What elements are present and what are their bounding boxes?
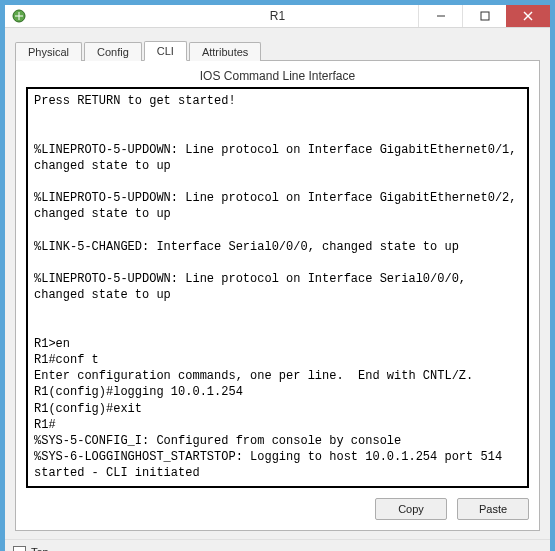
window-controls bbox=[418, 5, 550, 27]
button-row: Copy Paste bbox=[26, 498, 529, 520]
app-window: R1 Physical Config CLI Attributes IOS Co… bbox=[4, 4, 551, 547]
maximize-button[interactable] bbox=[462, 5, 506, 27]
top-checkbox[interactable] bbox=[13, 546, 26, 552]
titlebar-left bbox=[11, 8, 27, 24]
tab-attributes[interactable]: Attributes bbox=[189, 42, 261, 61]
minimize-button[interactable] bbox=[418, 5, 462, 27]
tabs-strip: Physical Config CLI Attributes bbox=[15, 38, 540, 60]
titlebar: R1 bbox=[5, 5, 550, 28]
tab-panel-cli: IOS Command Line Interface Press RETURN … bbox=[15, 60, 540, 531]
top-checkbox-label: Top bbox=[31, 546, 49, 551]
cli-terminal[interactable]: Press RETURN to get started! %LINEPROTO-… bbox=[26, 87, 529, 488]
footer: Top bbox=[5, 539, 550, 552]
panel-title: IOS Command Line Interface bbox=[26, 69, 529, 83]
copy-button[interactable]: Copy bbox=[375, 498, 447, 520]
tab-physical[interactable]: Physical bbox=[15, 42, 82, 61]
close-button[interactable] bbox=[506, 5, 550, 27]
paste-button[interactable]: Paste bbox=[457, 498, 529, 520]
client-area: Physical Config CLI Attributes IOS Comma… bbox=[5, 28, 550, 539]
tab-cli[interactable]: CLI bbox=[144, 41, 187, 61]
tab-config[interactable]: Config bbox=[84, 42, 142, 61]
router-icon bbox=[11, 8, 27, 24]
svg-rect-2 bbox=[481, 12, 489, 20]
